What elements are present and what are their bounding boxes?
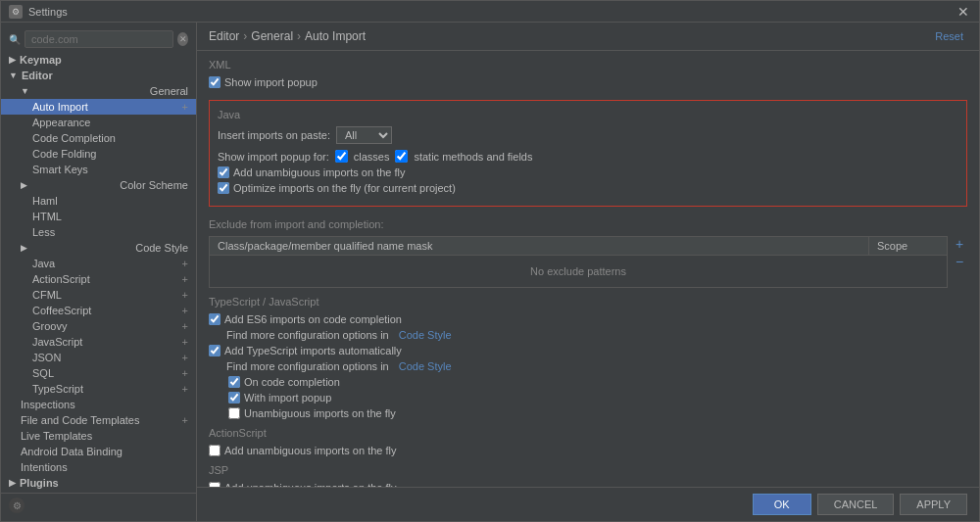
exclude-section-label: Exclude from import and completion:	[209, 218, 967, 230]
ts-unambiguous-checkbox[interactable]	[228, 407, 240, 419]
sidebar-item-live-templates[interactable]: Live Templates	[1, 428, 196, 444]
search-input[interactable]	[24, 30, 173, 48]
sidebar-item-label: HTML	[32, 211, 62, 222]
sidebar-item-intentions[interactable]: Intentions	[1, 459, 196, 475]
sidebar-item-appearance[interactable]: Appearance	[1, 115, 196, 130]
add-icon: +	[182, 258, 188, 269]
add-unambiguous-label[interactable]: Add unambiguous imports on the fly	[218, 166, 406, 178]
sidebar-item-code-style[interactable]: ▶ Code Style	[1, 240, 196, 256]
ts-es6-label[interactable]: Add ES6 imports on code completion	[209, 313, 402, 325]
chevron-down-icon: ▼	[9, 71, 18, 80]
sidebar-item-general[interactable]: ▼ General	[1, 83, 196, 99]
ts-typescript-text: Add TypeScript imports automatically	[224, 345, 402, 356]
action-unambiguous-text: Add unambiguous imports on the fly	[224, 445, 397, 456]
sidebar-item-label: Code Folding	[32, 148, 96, 160]
sidebar-item-coffeescript[interactable]: CoffeeScript +	[1, 303, 196, 318]
ts-typescript-label[interactable]: Add TypeScript imports automatically	[209, 345, 402, 356]
sidebar-item-label: Android Data Binding	[21, 446, 122, 457]
table-empty-row: No exclude patterns	[210, 256, 948, 288]
ts-code-style2-link[interactable]: Code Style	[399, 360, 452, 372]
show-popup-classes-checkbox[interactable]	[335, 150, 348, 163]
exclude-container: Class/package/member qualified name mask…	[209, 236, 967, 288]
search-clear-button[interactable]: ✕	[177, 32, 188, 46]
insert-on-paste-select[interactable]: All Ask None	[336, 126, 392, 144]
ts-find-more2-text: Find more configuration options in	[226, 360, 389, 372]
ts-unambiguous-label[interactable]: Unambiguous imports on the fly	[228, 407, 396, 419]
ts-with-popup-text: With import popup	[244, 392, 331, 403]
add-unambiguous-text: Add unambiguous imports on the fly	[233, 166, 406, 178]
sidebar-item-label: ActionScript	[32, 273, 90, 285]
chevron-right-icon: ▶	[9, 55, 16, 65]
sidebar-item-actionscript[interactable]: ActionScript +	[1, 271, 196, 287]
ts-with-popup-checkbox[interactable]	[228, 392, 240, 403]
ts-code-style1-link[interactable]: Code Style	[399, 329, 452, 341]
col-scope: Scope	[869, 237, 948, 256]
breadcrumb-auto-import: Auto Import	[305, 29, 366, 43]
sidebar-item-inspections[interactable]: Inspections	[1, 397, 196, 412]
sidebar-item-cfml[interactable]: CFML +	[1, 287, 196, 303]
sidebar-item-html[interactable]: HTML	[1, 209, 196, 224]
ts-es6-checkbox[interactable]	[209, 313, 220, 325]
sidebar-item-json[interactable]: JSON +	[1, 350, 196, 365]
sidebar-item-label: TypeScript	[32, 383, 83, 395]
sidebar-item-plugins[interactable]: ▶ Plugins	[1, 475, 196, 491]
xml-show-import-popup-row: Show import popup	[209, 76, 967, 88]
action-unambiguous-row: Add unambiguous imports on the fly	[209, 445, 967, 456]
ts-with-popup-row: With import popup	[209, 392, 967, 403]
optimize-imports-label[interactable]: Optimize imports on the fly (for current…	[218, 182, 456, 194]
reset-button[interactable]: Reset	[931, 28, 967, 44]
close-button[interactable]: ✕	[956, 4, 971, 20]
sidebar-item-android-data-binding[interactable]: Android Data Binding	[1, 444, 196, 459]
cancel-button[interactable]: CANCEL	[817, 494, 895, 515]
action-unambiguous-checkbox[interactable]	[209, 445, 220, 456]
ts-unambiguous-text: Unambiguous imports on the fly	[244, 407, 396, 419]
add-icon: +	[182, 320, 188, 332]
sidebar-item-label: CFML	[32, 289, 62, 301]
ok-button[interactable]: OK	[753, 494, 811, 515]
optimize-imports-checkbox[interactable]	[218, 182, 229, 194]
sidebar-item-editor[interactable]: ▼ Editor	[1, 68, 196, 83]
sidebar-item-label: Auto Import	[32, 101, 88, 113]
title-bar: ⚙ Settings ✕	[1, 1, 979, 23]
show-popup-static-text: static methods and fields	[414, 151, 532, 163]
sidebar-item-less[interactable]: Less	[1, 224, 196, 240]
add-unambiguous-checkbox[interactable]	[218, 166, 229, 178]
add-exclude-button[interactable]: +	[952, 236, 967, 252]
ts-find-more2-row: Find more configuration options in Code …	[209, 360, 967, 372]
sidebar-item-code-completion[interactable]: Code Completion	[1, 130, 196, 146]
sidebar-item-color-scheme[interactable]: ▶ Color Scheme	[1, 177, 196, 193]
ts-with-popup-label[interactable]: With import popup	[228, 392, 331, 403]
sidebar-item-file-templates[interactable]: File and Code Templates +	[1, 412, 196, 428]
sidebar-item-label: Appearance	[32, 117, 90, 128]
sidebar-item-sql[interactable]: SQL +	[1, 365, 196, 381]
sidebar-item-typescript[interactable]: TypeScript +	[1, 381, 196, 397]
java-section: Java Insert imports on paste: All Ask No…	[209, 100, 967, 207]
ts-on-completion-checkbox[interactable]	[228, 376, 240, 388]
add-icon: +	[182, 414, 188, 426]
chevron-right-icon: ▶	[9, 478, 16, 488]
chevron-right-icon: ▶	[21, 243, 27, 253]
add-icon: +	[182, 305, 188, 316]
add-unambiguous-row: Add unambiguous imports on the fly	[218, 166, 958, 178]
ts-on-completion-label[interactable]: On code completion	[228, 376, 340, 388]
sidebar-item-javascript[interactable]: JavaScript +	[1, 334, 196, 350]
sidebar-scroll: 🔍 ✕ ▶ Keymap ▼ Editor	[1, 26, 196, 493]
sidebar-item-java[interactable]: Java +	[1, 256, 196, 271]
sidebar-item-haml[interactable]: Haml	[1, 193, 196, 209]
add-icon: +	[182, 367, 188, 379]
xml-show-import-popup-checkbox[interactable]	[209, 76, 220, 88]
ts-typescript-checkbox[interactable]	[209, 345, 220, 356]
add-icon: +	[182, 336, 188, 348]
footer: OK CANCEL APPLY	[197, 487, 979, 521]
sidebar-item-smart-keys[interactable]: Smart Keys	[1, 162, 196, 177]
chevron-down-icon: ▼	[21, 86, 29, 96]
sidebar-item-keymap[interactable]: ▶ Keymap	[1, 52, 196, 68]
xml-show-import-popup-label[interactable]: Show import popup	[209, 76, 318, 88]
remove-exclude-button[interactable]: −	[952, 254, 967, 269]
action-unambiguous-label[interactable]: Add unambiguous imports on the fly	[209, 445, 397, 456]
show-popup-static-checkbox[interactable]	[395, 150, 408, 163]
apply-button[interactable]: APPLY	[900, 494, 967, 515]
sidebar-item-auto-import[interactable]: Auto Import +	[1, 99, 196, 115]
sidebar-item-groovy[interactable]: Groovy +	[1, 318, 196, 334]
sidebar-item-code-folding[interactable]: Code Folding	[1, 146, 196, 162]
